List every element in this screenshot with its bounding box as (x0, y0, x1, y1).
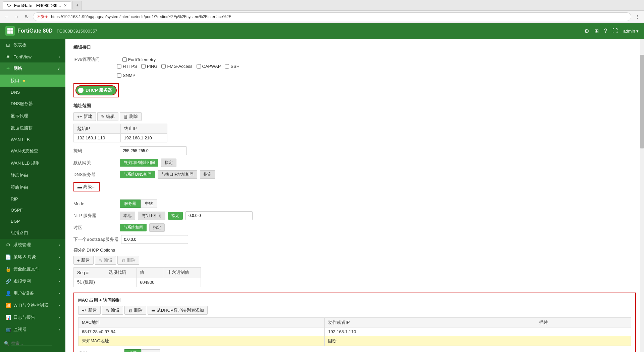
dhcp-toggle-btn[interactable]: DHCP 服务器 (75, 85, 117, 95)
advanced-btn[interactable]: ▬ 高级... (73, 182, 100, 191)
sidebar-item-packet-capture[interactable]: 数据包捕获 (0, 122, 65, 134)
sidebar-item-multicast[interactable]: 组播路由 (0, 227, 65, 239)
ping-label[interactable]: PING (147, 64, 158, 69)
fortitelemetry-checkbox[interactable] (122, 57, 127, 62)
fullscreen-icon[interactable]: ⛶ (612, 28, 618, 34)
sidebar-search-input[interactable] (11, 341, 52, 346)
sidebar-item-virtual-net[interactable]: 🔗 虚拟专网 › (0, 275, 65, 287)
sidebar: ⊞ 仪表板 👁 FortiView › ✦ 网络 ∨ 接口 ★ DNS (0, 39, 65, 352)
gateway-label: 默认网关 (73, 160, 117, 166)
browser-tab[interactable]: 🛡 FortiGate - FG080D39... ✕ (3, 1, 71, 9)
sidebar-item-log-report[interactable]: 📊 日志与报告 › (0, 311, 65, 323)
snmp-label[interactable]: SNMP (123, 73, 136, 78)
sidebar-item-wifi[interactable]: 📶 WiFi与交换控制器 › (0, 299, 65, 311)
extra-delete-btn[interactable]: 🗑 删除 (117, 256, 139, 265)
bootstrap-input[interactable] (121, 235, 188, 244)
admin-menu-btn[interactable]: admin ▾ (623, 29, 639, 34)
dns-btn1[interactable]: 与系统DNS相同 (120, 171, 155, 178)
sidebar-item-bgp[interactable]: BGP (0, 216, 65, 227)
address-bar[interactable]: 不安全 https://192.168.1.99/ng/page/p/syste… (33, 12, 631, 21)
sidebar-item-dns[interactable]: DNS (0, 87, 65, 98)
timezone-btn2[interactable]: 指定 (149, 223, 165, 232)
snmp-row: SNMP (117, 73, 636, 78)
ssh-checkbox[interactable] (225, 64, 229, 69)
help-icon[interactable]: ? (604, 28, 607, 34)
sidebar-item-wan-llb[interactable]: WAN LLB (0, 134, 65, 145)
sidebar-item-policy-route[interactable]: 策略路由 (0, 181, 65, 193)
mac-table: MAC地址 动作或者IP 描述 68:f7:28:c0:97:54 192.16… (78, 317, 631, 346)
timezone-btn1[interactable]: 与系统相同 (120, 224, 147, 231)
table-row[interactable]: 192.168.1.110 192.168.1.210 (74, 134, 167, 142)
type-ipsec-btn[interactable]: IPsec (141, 349, 160, 352)
mask-input[interactable] (120, 146, 187, 155)
mac-delete-btn[interactable]: 🗑 删除 (124, 306, 146, 315)
https-checkbox[interactable] (117, 64, 121, 69)
menu-btn[interactable]: ⋮ (633, 13, 641, 21)
mac-edit-btn[interactable]: ✎ 编辑 (102, 306, 123, 315)
mac-from-dhcp-btn[interactable]: ☰ 从DHCP客户端列表添加 (148, 306, 208, 315)
https-label[interactable]: HTTPS (123, 64, 137, 69)
gateway-btn1[interactable]: 与接口IP地址相同 (120, 159, 158, 167)
table-row[interactable]: 68:f7:28:c0:97:54 192.168.1.110 (78, 327, 631, 336)
refresh-btn[interactable]: ↻ (23, 13, 31, 21)
capwap-label[interactable]: CAPWAP (202, 64, 221, 69)
sidebar-item-rip[interactable]: RIP (0, 193, 65, 205)
forward-btn[interactable]: → (13, 13, 21, 21)
gateway-btn2[interactable]: 指定 (161, 159, 176, 167)
back-btn[interactable]: ← (3, 13, 11, 21)
sidebar-item-fortiview[interactable]: 👁 FortiView › (0, 51, 65, 62)
type-normal-btn[interactable]: 普通 (124, 349, 141, 352)
ntp-input[interactable] (185, 211, 253, 220)
sidebar-item-user-device[interactable]: 👤 用户&设备 › (0, 287, 65, 299)
dns-btn2[interactable]: 与接口IP地址相同 (158, 170, 197, 179)
address-new-btn[interactable]: + + 新建 (73, 112, 96, 121)
extra-new-btn[interactable]: + 新建 (73, 256, 94, 265)
toggle-circle (78, 88, 84, 93)
sidebar-item-security-config[interactable]: 🔒 安全配置文件 › (0, 263, 65, 275)
extra-edit-btn[interactable]: ✎ 编辑 (95, 256, 116, 265)
scrollbar-track[interactable] (640, 39, 644, 352)
seq-cell: 51 (租期) (74, 277, 105, 287)
address-edit-btn[interactable]: ✎ 编辑 (97, 112, 118, 121)
capwap-checkbox[interactable] (197, 64, 201, 69)
address-delete-btn[interactable]: 🗑 删除 (120, 112, 142, 121)
sidebar-item-monitor[interactable]: 📺 监视器 › (0, 323, 65, 336)
mac-section-title: MAC 占用 + 访问控制 (78, 297, 631, 303)
sidebar-item-wan-status[interactable]: WAN状态检查 (0, 145, 65, 157)
dashboard-icon[interactable]: ⊞ (594, 28, 599, 34)
ping-checkbox[interactable] (141, 64, 146, 69)
sidebar-item-interface[interactable]: 接口 ★ (0, 75, 65, 87)
new-tab-btn[interactable]: + (72, 1, 82, 10)
sidebar-item-ospf[interactable]: OSPF (0, 205, 65, 216)
snmp-checkbox[interactable] (117, 73, 121, 78)
dns-btn3[interactable]: 指定 (200, 170, 215, 179)
fortiview-arrow: › (59, 55, 60, 59)
sidebar-item-wan-llb-rule[interactable]: WAN LLB 规则 (0, 157, 65, 169)
minus-icon: ▬ (77, 184, 82, 189)
ntp-btn3[interactable]: 指定 (168, 212, 183, 220)
fmg-checkbox[interactable] (161, 64, 166, 69)
sidebar-item-network[interactable]: ✦ 网络 ∨ (0, 62, 65, 75)
sidebar-item-dashboard[interactable]: ⊞ 仪表板 (0, 39, 65, 51)
ssh-label[interactable]: SSH (230, 64, 239, 69)
ntp-btn1[interactable]: 本地 (120, 212, 135, 220)
app-logo: FortiGate 80D FG080D3915000357 (5, 26, 97, 36)
ntp-btn2[interactable]: 与NTP相同 (138, 212, 165, 220)
settings-icon[interactable]: ⚙ (584, 28, 589, 34)
tab-close-btn[interactable]: ✕ (64, 3, 67, 8)
fmg-label[interactable]: FMG-Access (167, 64, 192, 69)
table-row[interactable]: 未知MAC地址 阻断 (78, 336, 631, 346)
sidebar-item-system-mgmt[interactable]: ⚙ 系统管理 › (0, 239, 65, 251)
url-text: https://192.168.1.99/ng/page/p/system/in… (51, 14, 231, 19)
fortitelemetry-label[interactable]: FortiTelemetry (128, 57, 156, 62)
sidebar-item-display-proxy[interactable]: 显示代理 (0, 110, 65, 122)
sidebar-item-static-route[interactable]: 静态路由 (0, 169, 65, 181)
scrollbar-thumb[interactable] (640, 55, 644, 149)
mode-server-btn[interactable]: 服务器 (120, 200, 141, 208)
sidebar-item-dns-server[interactable]: DNS服务器 (0, 98, 65, 110)
ipv6-row: IPv6管理访问 FortiTelemetry (73, 56, 636, 62)
table-row[interactable]: 51 (租期) 604800 (74, 277, 201, 287)
mode-relay-btn[interactable]: 中继 (141, 200, 157, 208)
mac-new-btn[interactable]: + + 新建 (78, 306, 101, 315)
sidebar-item-policy-object[interactable]: 📄 策略 & 对象 › (0, 251, 65, 263)
